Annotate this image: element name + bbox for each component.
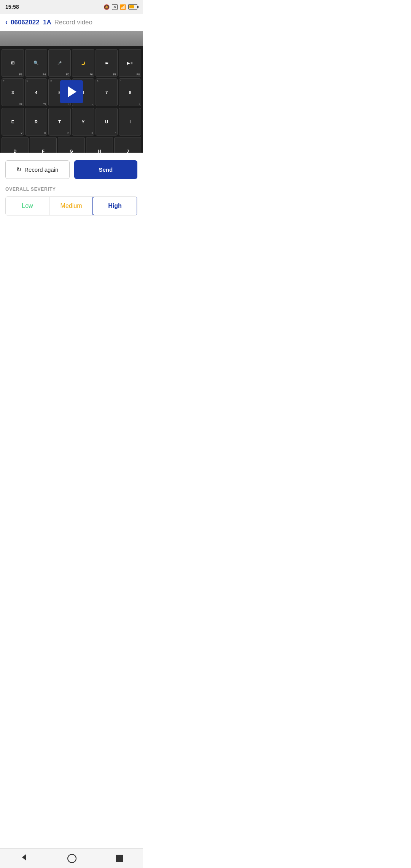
- bell-muted-icon: 🔕: [104, 4, 110, 10]
- severity-medium-button[interactable]: Medium: [49, 197, 93, 215]
- key-y: Y Н: [72, 108, 94, 136]
- severity-label: OVERALL SEVERITY: [5, 187, 137, 192]
- record-again-label: Record again: [24, 166, 58, 173]
- battery-icon: [128, 4, 137, 10]
- key-f5: 🎤 F5: [48, 49, 71, 77]
- key-e: E У: [2, 108, 24, 136]
- status-icons: 🔕 ✕ 📶: [104, 4, 137, 10]
- key-f3: ⊞ F3: [2, 49, 24, 77]
- video-player[interactable]: ⊞ F3 🔍 F4 🎤 F5 🌙 F6 ⏮ F7: [0, 31, 143, 153]
- laptop-top-decoration: [0, 31, 143, 46]
- key-g: G П: [58, 137, 85, 153]
- key-7: & 7 .: [96, 78, 118, 106]
- record-again-button[interactable]: ↻ Record again: [5, 160, 70, 179]
- status-time: 15:58: [5, 4, 19, 10]
- key-3: # 3 №: [2, 78, 24, 106]
- key-r: R К: [25, 108, 48, 136]
- key-f8: ▶⏸ F8: [119, 49, 141, 77]
- key-d: D В: [2, 137, 29, 153]
- action-buttons: ↻ Record again Send: [0, 153, 143, 187]
- key-f6: 🌙 F6: [72, 49, 94, 77]
- key-t: T Е: [48, 108, 71, 136]
- status-bar: 15:58 🔕 ✕ 📶: [0, 0, 143, 14]
- keyboard-row-qwerty: E У R К T Е Y Н U Г: [2, 108, 141, 136]
- key-f: F А: [30, 137, 57, 153]
- keyboard-row-asdf: D В F А G П H Р J О: [2, 137, 141, 153]
- play-button[interactable]: [60, 80, 83, 103]
- key-u: U Г: [96, 108, 118, 136]
- play-icon: [68, 86, 76, 97]
- severity-section: OVERALL SEVERITY Low Medium High: [0, 187, 143, 223]
- x-box-icon: ✕: [112, 4, 118, 10]
- keyboard-row-fkeys: ⊞ F3 🔍 F4 🎤 F5 🌙 F6 ⏮ F7: [2, 49, 141, 77]
- wifi-icon: 📶: [120, 4, 126, 10]
- key-i: I: [119, 108, 141, 136]
- page-subtitle: Record video: [54, 19, 92, 26]
- send-button[interactable]: Send: [74, 160, 138, 179]
- severity-high-button[interactable]: High: [92, 196, 137, 215]
- severity-options: Low Medium High: [5, 196, 137, 215]
- key-h: H Р: [86, 137, 113, 153]
- key-4: $ 4 %: [25, 78, 48, 106]
- back-button[interactable]: ‹: [5, 18, 8, 26]
- key-8: * 8 :: [119, 78, 141, 106]
- header: ‹ 06062022_1A Record video: [0, 14, 143, 31]
- key-f4: 🔍 F4: [25, 49, 48, 77]
- key-j: J О: [114, 137, 141, 153]
- key-f7: ⏮ F7: [96, 49, 118, 77]
- severity-low-button[interactable]: Low: [6, 197, 49, 215]
- page-title: 06062022_1A: [11, 19, 51, 26]
- refresh-icon: ↻: [16, 166, 21, 173]
